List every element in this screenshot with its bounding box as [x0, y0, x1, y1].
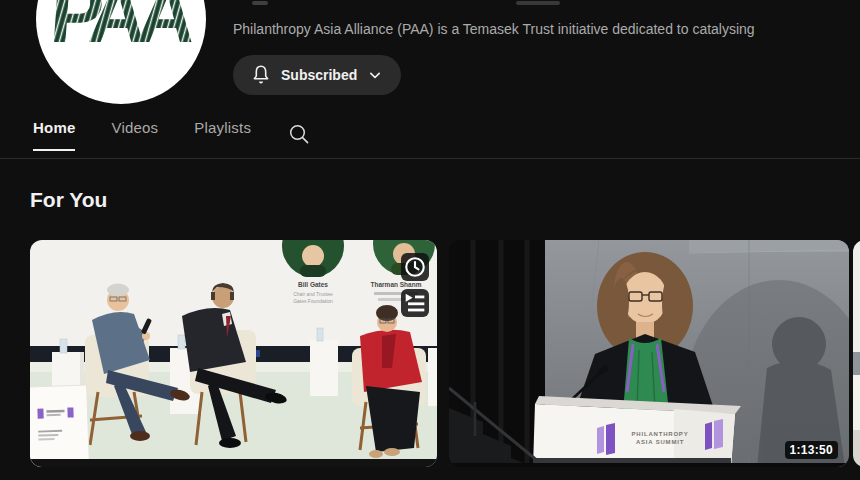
- watch-later-button[interactable]: [401, 253, 429, 281]
- stage-sign: [30, 385, 89, 467]
- panel-speaker2-name: Tharman Shanm: [371, 281, 422, 288]
- channel-tabs: Home Videos Playlists: [33, 119, 311, 159]
- tab-videos[interactable]: Videos: [111, 119, 158, 149]
- watch-later-icon: [401, 253, 429, 281]
- video-thumbnail-keynote[interactable]: PHILANTHROPY ASIA SUMMIT 1:13:50: [449, 240, 849, 467]
- subscribed-button[interactable]: Subscribed: [233, 55, 401, 95]
- podium: PHILANTHROPY ASIA SUMMIT: [533, 396, 741, 467]
- keynote-scene: PHILANTHROPY ASIA SUMMIT: [449, 240, 849, 467]
- panel-speaker1-role1: Chair and Trustee: [293, 291, 333, 297]
- youtube-channel-page: { "colors": { "page_bg": "#0f0f0f", "chi…: [0, 0, 860, 480]
- panel-scene: Bill Gates Chair and Trustee Gates Found…: [30, 240, 437, 467]
- sliver-band: [853, 430, 860, 467]
- podium-text-line1: PHILANTHROPY: [632, 431, 689, 437]
- panel-speaker1-role2: Gates Foundation: [293, 298, 333, 304]
- add-to-queue-button[interactable]: [401, 289, 429, 317]
- sliver-band: [853, 375, 860, 430]
- sliver-band: [853, 352, 860, 375]
- add-to-queue-icon: [401, 289, 429, 317]
- truncated-text-fragment: [516, 1, 560, 5]
- tab-home[interactable]: Home: [33, 119, 75, 151]
- tabs-divider: [0, 158, 860, 159]
- panel-speaker1-name: Bill Gates: [298, 281, 328, 288]
- channel-avatar[interactable]: PAA: [36, 0, 206, 104]
- video-thumbnail-panel[interactable]: Bill Gates Chair and Trustee Gates Found…: [30, 240, 437, 467]
- video-thumbnail-next-sliver[interactable]: [853, 240, 860, 467]
- channel-description: Philanthropy Asia Alliance (PAA) is a Te…: [233, 21, 860, 37]
- bell-icon: [249, 63, 273, 87]
- podium-text-line2: ASIA SUMMIT: [636, 439, 684, 445]
- sliver-band: [853, 240, 860, 352]
- duration-badge: 1:13:50: [785, 441, 838, 459]
- section-title: For You: [30, 188, 107, 212]
- avatar-logo-letters: PAA: [47, 0, 196, 59]
- search-icon[interactable]: [287, 122, 311, 146]
- tab-playlists[interactable]: Playlists: [194, 119, 251, 149]
- subscribed-label: Subscribed: [281, 67, 357, 83]
- chevron-down-icon: [365, 65, 385, 85]
- truncated-text-fragment: [252, 1, 268, 5]
